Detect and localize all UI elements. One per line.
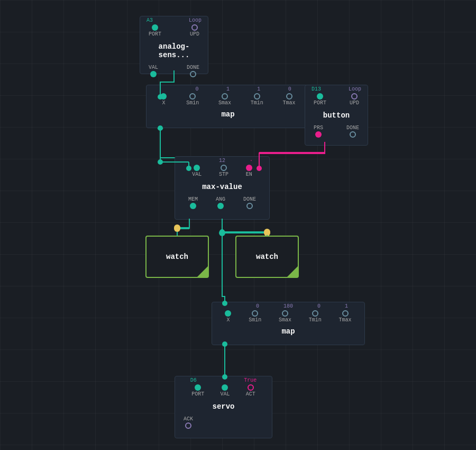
analog-port-upd[interactable]: UPD: [190, 24, 199, 37]
canvas: A3 Loop PORT UPD analog-sens... VAL DONE: [0, 0, 476, 450]
servo-port-ack[interactable]: ACK: [184, 416, 193, 429]
map1-node[interactable]: X 0 1 1 0 X Smin Smax Tmin: [146, 85, 310, 128]
maxval-port-stp[interactable]: STP: [219, 165, 228, 177]
button-port-done[interactable]: DONE: [346, 125, 359, 138]
watch2-node[interactable]: watch: [235, 236, 299, 278]
button-title: button: [305, 109, 368, 122]
map2-port-smax[interactable]: Smax: [279, 310, 291, 323]
watch1-title: watch: [166, 253, 188, 261]
analog-sensor-node[interactable]: A3 Loop PORT UPD analog-sens... VAL DONE: [140, 16, 208, 74]
analog-sensor-title: analog-sens...: [140, 40, 208, 61]
maxval-port-ang[interactable]: ANG: [216, 196, 225, 209]
max-value-title: max-value: [175, 181, 269, 193]
map2-port-x[interactable]: X: [225, 310, 231, 323]
map2-port-smin[interactable]: Smin: [249, 310, 261, 323]
map2-port-tmax[interactable]: Tmax: [339, 310, 352, 323]
maxval-port-en[interactable]: EN: [246, 165, 252, 177]
watch1-corner: [197, 266, 208, 277]
map1-port-tmax[interactable]: Tmax: [283, 93, 296, 106]
analog-loop-label: Loop: [189, 17, 202, 23]
button-port-upd[interactable]: UPD: [350, 93, 359, 106]
watch2-title: watch: [256, 253, 278, 261]
watch2-corner: [287, 266, 298, 277]
map1-port-smax[interactable]: Smax: [218, 93, 231, 106]
maxval-port-done[interactable]: DONE: [243, 196, 256, 209]
servo-port-val[interactable]: VAL: [220, 384, 230, 397]
button-port-port[interactable]: PORT: [314, 93, 326, 106]
analog-port-port[interactable]: PORT: [149, 24, 161, 37]
analog-port-a3-label: A3: [147, 17, 153, 23]
map2-port-tmin[interactable]: Tmin: [309, 310, 322, 323]
map2-title: map: [212, 325, 364, 338]
watch1-node[interactable]: watch: [145, 236, 209, 278]
map1-title: map: [147, 108, 309, 121]
button-node[interactable]: D13 Loop PORT UPD button PRS DONE: [305, 85, 368, 146]
map1-port-tmin[interactable]: Tmin: [251, 93, 263, 106]
servo-port-port[interactable]: PORT: [191, 384, 204, 397]
maxval-port-mem[interactable]: MEM: [188, 196, 198, 209]
button-port-prs[interactable]: PRS: [314, 125, 323, 138]
max-value-node[interactable]: V 12 · VAL STP EN max-value MEM: [175, 156, 270, 220]
analog-port-val[interactable]: VAL: [149, 65, 158, 77]
maxval-port-val[interactable]: VAL: [192, 165, 202, 177]
analog-port-done[interactable]: DONE: [187, 65, 199, 77]
servo-title: servo: [175, 400, 272, 413]
servo-node[interactable]: D6 V True PORT VAL ACT servo ACK: [175, 376, 272, 438]
map1-port-smin[interactable]: Smin: [186, 93, 199, 106]
map1-port-x[interactable]: X: [160, 93, 167, 106]
map2-node[interactable]: X 0 180 0 1 X Smin Smax Tmin: [212, 302, 365, 345]
servo-port-act[interactable]: ACT: [246, 384, 255, 397]
